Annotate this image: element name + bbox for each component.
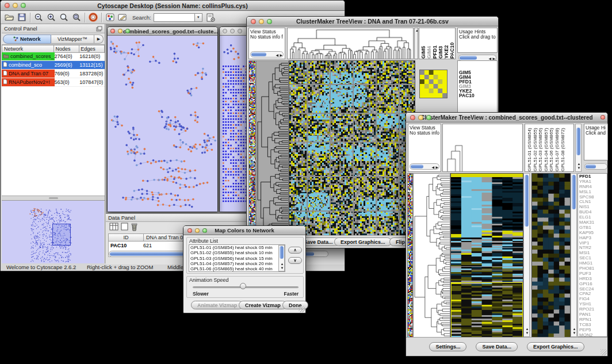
tv2-main-heatmap[interactable] xyxy=(450,173,523,338)
tv2-gene-vscrollbar[interactable]: ▲ ▼ xyxy=(571,173,577,337)
tv2-column-label[interactable]: GPL51-08 (GSM872) xyxy=(560,124,566,171)
main-titlebar[interactable]: Cytoscape Desktop (Session Name: collins… xyxy=(1,1,345,11)
zoom-window-icon[interactable] xyxy=(21,3,26,8)
tv2-usage-hscrollbar[interactable] xyxy=(584,163,607,170)
zoom-window-icon[interactable] xyxy=(426,115,431,120)
tv1-main-heatmap[interactable] xyxy=(289,60,415,237)
splitter-handle[interactable] xyxy=(49,197,58,199)
zoom-window-icon[interactable] xyxy=(238,29,242,33)
gene-label[interactable]: PHO81 xyxy=(579,266,607,271)
tv1-button-export-graphics[interactable]: Export Graphics... xyxy=(334,237,392,246)
close-icon[interactable] xyxy=(410,115,415,120)
resize-grip[interactable] xyxy=(600,349,607,355)
tv2-global-pixel-strip[interactable] xyxy=(407,173,413,338)
tv1-status-hscrollbar[interactable]: ◀▶ xyxy=(250,51,284,58)
tv2-column-dendrogram[interactable] xyxy=(442,124,523,172)
minimize-icon[interactable] xyxy=(195,228,200,233)
report-icon[interactable] xyxy=(205,12,217,23)
select-attributes-icon[interactable] xyxy=(109,223,118,233)
new-attribute-icon[interactable] xyxy=(121,223,128,233)
minimize-icon[interactable] xyxy=(230,29,235,33)
gene-label[interactable]: MON2 xyxy=(579,333,607,337)
close-icon[interactable] xyxy=(5,3,10,8)
annotation-icon[interactable] xyxy=(116,12,129,23)
gene-label[interactable]: GTB1 xyxy=(579,225,607,231)
close-icon[interactable] xyxy=(110,29,115,33)
tv2-button-export-graphics[interactable]: Export Graphics... xyxy=(527,342,584,351)
help-lifering-icon[interactable] xyxy=(87,12,100,23)
move-down-button[interactable]: ∨ xyxy=(288,257,302,264)
attribute-item[interactable]: GPL51-06 (GSM865) heat shock 40 min xyxy=(189,266,285,271)
gene-label[interactable]: RPO21 xyxy=(579,307,607,312)
tv2-zoom-heatmap[interactable] xyxy=(531,173,571,338)
tv2-column-label[interactable]: GPL51-03 (GSM856) xyxy=(538,124,544,171)
tv1-row-label[interactable]: PAC10 xyxy=(459,93,497,98)
gene-label[interactable]: SEC24 xyxy=(579,287,607,292)
tab-vizmapper[interactable]: VizMapper™ xyxy=(51,35,94,44)
gene-label[interactable]: MAK31 xyxy=(579,220,607,225)
tv1-column-label[interactable]: GIM5 xyxy=(420,28,426,59)
search-dropdown-icon[interactable]: ▼ xyxy=(195,13,202,22)
tv2-button-save-data[interactable]: Save Data... xyxy=(476,342,518,351)
zoom-fit-icon[interactable] xyxy=(58,12,70,23)
attribute-item[interactable]: GPL51-04 (GSM857) heat shock 20 min xyxy=(189,261,285,266)
close-icon[interactable] xyxy=(223,29,227,33)
tab-overflow-button[interactable]: ▶ xyxy=(94,35,104,44)
zoom-window-icon[interactable] xyxy=(202,228,207,233)
gene-label[interactable]: MSI1 xyxy=(579,251,607,256)
move-up-button[interactable]: ∧ xyxy=(288,247,302,254)
network-view-canvas[interactable] xyxy=(108,36,217,212)
gene-label[interactable]: BUD4 xyxy=(579,210,607,215)
gene-label[interactable]: RNR4 xyxy=(579,185,607,190)
create-vizmap-button[interactable]: Create Vizmap xyxy=(239,301,287,309)
zoom-selected-icon[interactable] xyxy=(70,12,83,23)
zoom-in-icon[interactable] xyxy=(45,12,58,23)
open-file-icon[interactable] xyxy=(3,12,16,23)
gene-label[interactable]: FIG4 xyxy=(579,297,607,302)
tv2-button-settings[interactable]: Settings... xyxy=(429,342,466,351)
tv1-column-label[interactable]: GIM4 xyxy=(426,28,432,59)
animate-vizmap-button[interactable]: Animate Vizmap xyxy=(191,301,243,309)
network-row[interactable]: combined_scores_2764(0)16218(0) xyxy=(2,52,105,61)
tv1-row-dendrogram[interactable] xyxy=(256,60,289,237)
tv1-column-label[interactable]: PFD1 xyxy=(432,28,438,59)
gene-label[interactable]: KAP95 xyxy=(579,231,607,236)
gene-label[interactable]: RPN1 xyxy=(579,317,607,323)
gene-label[interactable]: PUF3 xyxy=(579,271,607,277)
gene-label[interactable]: PFD1 xyxy=(579,174,607,179)
tv2-collabel-vscrollbar[interactable]: ▲ ▼ xyxy=(575,124,582,172)
network-row[interactable]: DNA and Tran 07769(0)183728(0) xyxy=(2,70,105,78)
column-header-nodes[interactable]: Nodes xyxy=(54,45,79,53)
gene-label[interactable]: YSH1 xyxy=(579,302,607,307)
tv2-column-label[interactable]: GPL51-04 (GSM857) xyxy=(544,124,549,171)
tv2-main-vscrollbar[interactable]: ▲ ▼ xyxy=(523,173,530,337)
tv1-column-label[interactable]: GIM3 xyxy=(438,28,443,59)
search-input[interactable] xyxy=(154,13,195,22)
attribute-list-vscrollbar[interactable]: ▲ ▼ xyxy=(278,245,285,271)
gene-label[interactable]: GPI16 xyxy=(579,282,607,287)
attribute-item[interactable]: GPL51-07 (GSM868) heat shock 60 min xyxy=(189,271,285,272)
gene-label[interactable]: MSL1 xyxy=(579,190,607,195)
zoom-out-icon[interactable] xyxy=(32,12,45,23)
gene-label[interactable]: HMG1 xyxy=(579,261,607,266)
network-row[interactable]: RNAPuberNov2+!563(0)107847(0) xyxy=(2,78,105,87)
background-window-close-icon[interactable] xyxy=(600,115,605,120)
minimize-icon[interactable] xyxy=(13,3,18,8)
minimize-icon[interactable] xyxy=(418,115,423,120)
treeview2-titlebar[interactable]: ClusterMaker TreeView : combined_scores_… xyxy=(406,113,607,122)
dialog-titlebar[interactable]: Map Colors to Network xyxy=(183,226,305,235)
tv2-row-dendrogram[interactable] xyxy=(413,173,450,338)
network-overview-canvas[interactable] xyxy=(2,201,104,267)
float-panel-icon[interactable] xyxy=(96,24,102,34)
tv2-column-labels[interactable]: GPL51-01 (GSM854)GPL51-02 (GSM855)GPL51-… xyxy=(525,124,574,172)
gene-label[interactable]: CLN1 xyxy=(579,200,607,205)
gene-label[interactable]: PAN1 xyxy=(579,312,607,317)
tv1-column-label[interactable]: PAC10 xyxy=(449,28,455,59)
column-header-edges[interactable]: Edges xyxy=(79,45,105,53)
gene-label[interactable]: SPC98 xyxy=(579,195,607,200)
zoom-window-icon[interactable] xyxy=(125,29,130,33)
tv1-column-label[interactable]: YKE2 xyxy=(443,28,449,59)
attribute-item[interactable]: GPL51-03 (GSM856) heat shock 15 min xyxy=(189,256,285,261)
delete-attribute-icon[interactable] xyxy=(131,223,138,233)
gene-label[interactable]: HRD3 xyxy=(579,277,607,282)
